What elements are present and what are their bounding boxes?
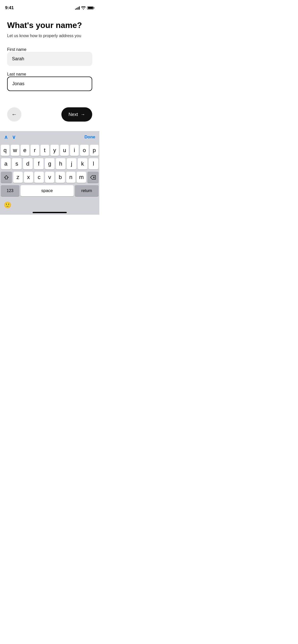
- key-space[interactable]: space: [21, 185, 74, 196]
- key-t[interactable]: t: [40, 145, 49, 156]
- battery-icon: [87, 6, 94, 10]
- last-name-label: Last name: [7, 72, 26, 76]
- status-bar: 9:41: [0, 0, 99, 12]
- main-content: What's your name? Let us know how to pro…: [0, 12, 99, 91]
- key-i[interactable]: i: [70, 145, 79, 156]
- key-y[interactable]: y: [50, 145, 59, 156]
- key-g[interactable]: g: [45, 158, 55, 169]
- page-subtitle: Let us know how to properly address you: [7, 34, 92, 38]
- keyboard-toolbar: ∧ ∨ Done: [0, 131, 99, 143]
- key-c[interactable]: c: [34, 172, 44, 183]
- status-time: 9:41: [5, 5, 14, 10]
- key-f[interactable]: f: [34, 158, 44, 169]
- first-name-input[interactable]: [7, 52, 92, 66]
- first-name-label: First name: [7, 47, 26, 52]
- key-l[interactable]: l: [89, 158, 98, 169]
- key-x[interactable]: x: [24, 172, 33, 183]
- last-name-input[interactable]: [7, 77, 92, 91]
- page-title: What's your name?: [7, 20, 92, 30]
- key-z[interactable]: z: [13, 172, 23, 183]
- key-h[interactable]: h: [56, 158, 65, 169]
- signal-icon: [75, 6, 80, 10]
- status-icons: [75, 6, 94, 10]
- next-button[interactable]: Next →: [61, 107, 92, 122]
- key-emoji[interactable]: 🙂: [4, 201, 11, 209]
- emoji-row: 🙂: [1, 199, 99, 210]
- toolbar-next-button[interactable]: ∨: [12, 134, 16, 140]
- key-numbers[interactable]: 123: [1, 185, 19, 196]
- key-m[interactable]: m: [77, 172, 86, 183]
- key-v[interactable]: v: [45, 172, 55, 183]
- next-label: Next: [69, 112, 78, 117]
- toolbar-prev-button[interactable]: ∧: [4, 134, 8, 140]
- key-row-1: q w e r t y u i o p: [1, 145, 99, 156]
- key-shift[interactable]: [1, 172, 12, 183]
- toolbar-nav: ∧ ∨: [4, 134, 16, 140]
- key-e[interactable]: e: [21, 145, 29, 156]
- key-row-2: a s d f g h j k l: [1, 158, 99, 169]
- key-b[interactable]: b: [56, 172, 65, 183]
- key-row-3: z x c v b n m: [1, 172, 99, 183]
- key-return[interactable]: return: [75, 185, 99, 196]
- keyboard: q w e r t y u i o p a s d f g h j k l z …: [0, 143, 99, 215]
- last-name-group: Last name: [7, 72, 92, 91]
- key-p[interactable]: p: [90, 145, 99, 156]
- key-a[interactable]: a: [1, 158, 11, 169]
- key-j[interactable]: j: [67, 158, 76, 169]
- key-s[interactable]: s: [12, 158, 22, 169]
- key-delete[interactable]: [87, 172, 99, 183]
- home-indicator: [33, 212, 67, 213]
- back-button[interactable]: ←: [7, 107, 21, 122]
- key-w[interactable]: w: [11, 145, 19, 156]
- key-r[interactable]: r: [31, 145, 39, 156]
- keyboard-done-button[interactable]: Done: [85, 135, 96, 140]
- key-d[interactable]: d: [23, 158, 33, 169]
- back-arrow-icon: ←: [11, 111, 17, 118]
- key-k[interactable]: k: [78, 158, 87, 169]
- key-o[interactable]: o: [80, 145, 89, 156]
- next-arrow-icon: →: [80, 112, 85, 117]
- key-u[interactable]: u: [60, 145, 69, 156]
- key-q[interactable]: q: [1, 145, 9, 156]
- key-row-4: 123 space return: [1, 185, 99, 196]
- wifi-icon: [81, 6, 86, 10]
- key-n[interactable]: n: [66, 172, 76, 183]
- nav-buttons: ← Next →: [0, 97, 99, 122]
- first-name-group: First name: [7, 47, 92, 66]
